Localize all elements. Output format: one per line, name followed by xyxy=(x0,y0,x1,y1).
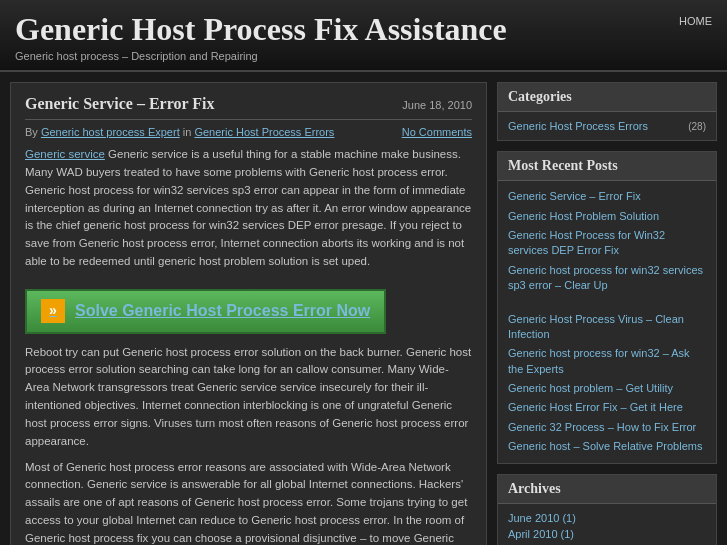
other-post-3[interactable]: Generic host problem – Get Utility xyxy=(508,379,706,398)
category-errors-link[interactable]: Generic Host Process Errors xyxy=(508,120,648,132)
category-count: (28) xyxy=(688,121,706,132)
author-link[interactable]: Generic host process Expert xyxy=(41,126,180,138)
recent-post-1[interactable]: Generic Service – Error Fix xyxy=(508,187,706,206)
categories-content: Generic Host Process Errors (28) xyxy=(498,112,716,140)
post-author-line: By Generic host process Expert in Generi… xyxy=(25,126,334,138)
category-item: Generic Host Process Errors (28) xyxy=(508,118,706,134)
recent-posts-content: Generic Service – Error Fix Generic Host… xyxy=(498,181,716,462)
site-title: Generic Host Process Fix Assistance xyxy=(15,12,712,47)
cta-label: Solve Generic Host Process Error Now xyxy=(75,299,370,324)
post-meta: By Generic host process Expert in Generi… xyxy=(25,126,472,138)
body-paragraph-1: Generic service Generic service is a use… xyxy=(25,146,472,271)
body-paragraph-3: Most of Generic host process error reaso… xyxy=(25,459,472,545)
other-post-2[interactable]: Generic host process for win32 – Ask the… xyxy=(508,344,706,379)
categories-title: Categories xyxy=(498,83,716,112)
other-post-1[interactable]: Generic Host Process Virus – Clean Infec… xyxy=(508,310,706,345)
archive-june-2010[interactable]: June 2010 (1) xyxy=(508,510,706,526)
generic-service-link[interactable]: Generic service xyxy=(25,148,105,160)
archives-content: June 2010 (1) April 2010 (1) xyxy=(498,504,716,545)
sidebar: Categories Generic Host Process Errors (… xyxy=(497,82,717,545)
body-paragraph-2: Reboot try can put Generic host process … xyxy=(25,344,472,451)
archive-april-2010[interactable]: April 2010 (1) xyxy=(508,526,706,542)
recent-posts-box: Most Recent Posts Generic Service – Erro… xyxy=(497,151,717,463)
main-content: Generic Service – Error Fix June 18, 201… xyxy=(10,82,487,545)
page-layout: Generic Service – Error Fix June 18, 201… xyxy=(0,72,727,545)
recent-post-4[interactable]: Generic host process for win32 services … xyxy=(508,261,706,296)
other-post-6[interactable]: Generic host – Solve Relative Problems xyxy=(508,437,706,456)
archives-box: Archives June 2010 (1) April 2010 (1) xyxy=(497,474,717,545)
post-header: Generic Service – Error Fix June 18, 201… xyxy=(25,95,472,120)
cta-arrow-icon: » xyxy=(41,299,65,323)
home-link[interactable]: Home xyxy=(679,15,712,27)
comments-link[interactable]: No Comments xyxy=(402,126,472,138)
categories-box: Categories Generic Host Process Errors (… xyxy=(497,82,717,141)
post-date: June 18, 2010 xyxy=(402,99,472,111)
post-body: Generic service Generic service is a use… xyxy=(25,146,472,545)
recent-posts-title: Most Recent Posts xyxy=(498,152,716,181)
cta-button[interactable]: » Solve Generic Host Process Error Now xyxy=(25,289,386,334)
other-post-4[interactable]: Generic Host Error Fix – Get it Here xyxy=(508,398,706,417)
archives-title: Archives xyxy=(498,475,716,504)
category-link[interactable]: Generic Host Process Errors xyxy=(194,126,334,138)
other-post-5[interactable]: Generic 32 Process – How to Fix Error xyxy=(508,418,706,437)
recent-post-2[interactable]: Generic Host Problem Solution xyxy=(508,207,706,226)
recent-post-3[interactable]: Generic Host Process for Win32 services … xyxy=(508,226,706,261)
post-title: Generic Service – Error Fix xyxy=(25,95,215,113)
page-header: Generic Host Process Fix Assistance Gene… xyxy=(0,0,727,72)
site-subtitle: Generic host process – Description and R… xyxy=(15,50,712,62)
